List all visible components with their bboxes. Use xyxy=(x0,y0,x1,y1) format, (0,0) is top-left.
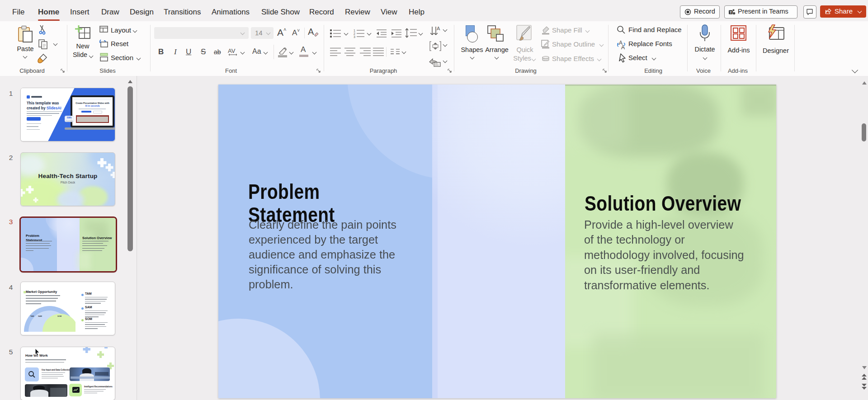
svg-text:3: 3 xyxy=(354,35,355,38)
svg-text:1: 1 xyxy=(354,29,355,32)
svg-text:T: T xyxy=(730,10,732,14)
svg-text:2: 2 xyxy=(354,32,355,35)
svg-text:AV: AV xyxy=(228,47,236,54)
svg-text:A: A xyxy=(437,26,440,31)
